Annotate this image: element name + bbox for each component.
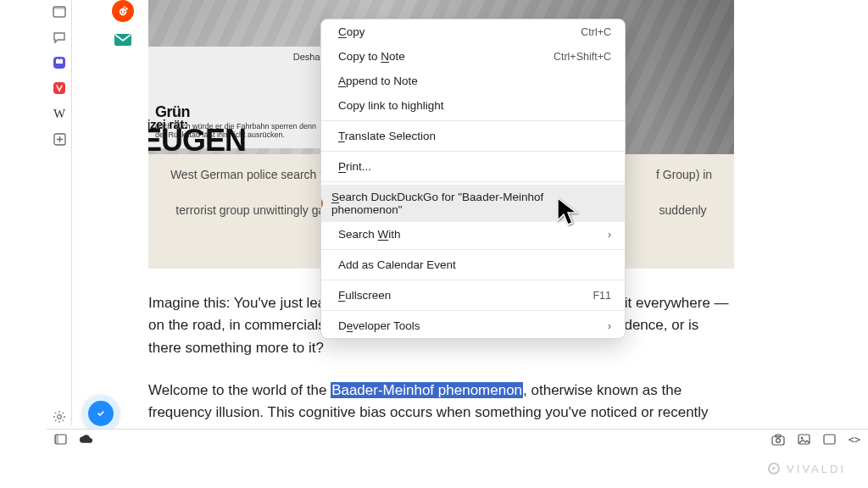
mastodon-panel-icon[interactable] (47, 51, 72, 75)
vivaldi-panel-icon[interactable] (47, 76, 72, 100)
privacy-shield-badge[interactable] (82, 395, 120, 432)
ctx-search-duckduckgo[interactable]: Search DuckDuckGo for "Baader-Meinhof ph… (321, 185, 625, 222)
svg-rect-12 (55, 435, 58, 444)
ctx-copy-link-highlight[interactable]: Copy link to highlight (321, 93, 625, 118)
ctx-print[interactable]: Print... (321, 154, 625, 179)
menu-separator (321, 310, 625, 311)
mail-icon[interactable] (112, 29, 134, 51)
shortcut-label: Ctrl+C (581, 26, 611, 38)
capture-icon[interactable] (771, 433, 785, 446)
ctx-developer-tools[interactable]: Developer Tools › (321, 313, 625, 338)
ctx-search-with[interactable]: Search With › (321, 222, 625, 247)
svg-point-10 (58, 415, 62, 419)
shield-check-icon (88, 401, 114, 426)
code-icon[interactable]: <> (848, 433, 861, 446)
ctx-translate[interactable]: Translate Selection (321, 124, 625, 148)
panel-toggle-icon[interactable] (53, 433, 67, 446)
status-bar: <> (47, 429, 868, 449)
ctx-fullscreen[interactable]: Fullscreen F11 (321, 283, 625, 308)
svg-point-7 (124, 11, 125, 13)
svg-point-6 (120, 11, 122, 13)
reddit-icon[interactable] (112, 0, 134, 22)
sync-cloud-icon[interactable] (79, 433, 92, 446)
svg-rect-3 (53, 82, 65, 94)
settings-gear-icon[interactable] (53, 410, 66, 427)
vivaldi-watermark: VIVALDI (0, 449, 868, 488)
poster-graphic: Deshal Grün doch auch würde er die Fahrb… (148, 47, 331, 148)
ctx-add-calendar[interactable]: Add as Calendar Event (321, 252, 625, 277)
ctx-copy-to-note[interactable]: Copy to Note Ctrl+Shift+C (321, 44, 625, 69)
image-icon[interactable] (797, 433, 810, 446)
vivaldi-logo-icon (768, 463, 780, 474)
shortcut-label: F11 (593, 290, 611, 302)
tiling-icon[interactable] (822, 433, 836, 446)
web-panel-strip: W (47, 0, 72, 425)
chevron-right-icon: › (608, 229, 611, 241)
context-menu: Copy Ctrl+C Copy to Note Ctrl+Shift+C Ap… (320, 19, 626, 339)
shortcut-label: Ctrl+Shift+C (554, 51, 611, 63)
svg-rect-1 (53, 7, 65, 9)
poster-eugen: EUGEN (148, 123, 246, 154)
ctx-append-to-note[interactable]: Append to Note (321, 69, 625, 93)
watermark-text: VIVALDI (787, 463, 846, 475)
svg-point-17 (800, 437, 803, 440)
chat-panel-icon[interactable] (47, 25, 72, 49)
pinned-icons (112, 0, 137, 58)
svg-rect-18 (824, 435, 835, 444)
wikipedia-panel-icon[interactable]: W (47, 102, 72, 125)
poster-hint: Deshal (293, 52, 322, 62)
menu-separator (321, 249, 625, 250)
menu-separator (321, 120, 625, 121)
svg-point-5 (120, 8, 126, 15)
menu-separator (321, 181, 625, 182)
add-panel-icon[interactable] (47, 127, 72, 151)
svg-point-14 (776, 438, 781, 442)
menu-separator (321, 151, 625, 152)
ctx-copy[interactable]: Copy Ctrl+C (321, 19, 625, 44)
duckduckgo-icon (320, 197, 323, 209)
chevron-right-icon: › (608, 320, 611, 332)
menu-separator (321, 280, 625, 280)
video-panel-icon[interactable] (47, 0, 72, 24)
selected-text[interactable]: Baader-Meinhof phenomenon (331, 382, 523, 398)
